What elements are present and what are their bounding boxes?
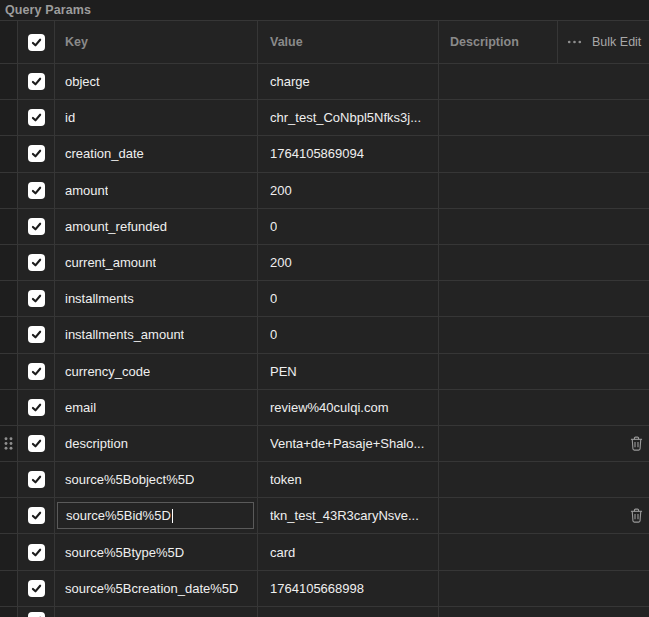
row-checkbox[interactable] (28, 612, 45, 617)
key-cell: source%5Btype%5D (55, 534, 258, 569)
value-cell: 0 (258, 281, 439, 316)
param-value[interactable]: charge (270, 74, 310, 89)
checkbox-cell (18, 498, 55, 533)
value-cell: 0 (258, 317, 439, 352)
param-value[interactable]: 0 (270, 327, 277, 342)
drag-handle-gutter (0, 571, 18, 606)
param-key[interactable]: currency_code (65, 364, 150, 379)
row-checkbox[interactable] (28, 109, 45, 126)
param-key[interactable]: id (65, 110, 75, 125)
more-options-icon[interactable] (567, 39, 582, 45)
row-checkbox[interactable] (28, 580, 45, 597)
param-key[interactable]: installments (65, 291, 134, 306)
row-checkbox[interactable] (28, 471, 45, 488)
row-checkbox[interactable] (28, 363, 45, 380)
param-value[interactable]: token (270, 472, 302, 487)
param-key[interactable]: creation_date (65, 146, 144, 161)
delete-param-button[interactable] (628, 434, 645, 453)
value-cell: PEN (258, 354, 439, 389)
value-cell: chr_test_CoNbpl5Nfks3j... (258, 100, 439, 135)
param-key[interactable]: installments_amount (65, 327, 184, 342)
key-cell: amount_refunded (55, 209, 258, 244)
drag-handle-gutter (0, 100, 18, 135)
param-key[interactable]: email (65, 400, 96, 415)
row-checkbox[interactable] (28, 399, 45, 416)
row-checkbox[interactable] (28, 435, 45, 452)
table-header-row: Key Value Description Bulk Edit (0, 21, 649, 64)
param-value[interactable]: PEN (270, 364, 297, 379)
value-cell: tkn_test_43R3caryNsve... (258, 498, 439, 533)
trash-icon (630, 436, 643, 451)
param-value[interactable]: 200 (270, 255, 292, 270)
param-key[interactable]: amount (65, 183, 108, 198)
param-key[interactable]: source%5Bobject%5D (65, 472, 194, 487)
checkbox-cell (18, 571, 55, 606)
value-cell: Venta+de+Pasaje+Shalo... (258, 426, 439, 461)
param-value[interactable]: 0 (270, 291, 277, 306)
table-row: source%5Bid%5Dtkn_test_43R3caryNsve... (0, 498, 649, 534)
checkbox-cell (18, 426, 55, 461)
description-cell (439, 136, 649, 171)
table-row: source%5Btype%5Dcard (0, 534, 649, 570)
key-cell (55, 607, 258, 617)
drag-handle-gutter (0, 354, 18, 389)
key-cell: source%5Bcreation_date%5D (55, 571, 258, 606)
param-value[interactable]: Venta+de+Pasaje+Shalo... (270, 436, 424, 451)
param-value[interactable]: chr_test_CoNbpl5Nfks3j... (270, 110, 421, 125)
param-value[interactable]: 200 (270, 183, 292, 198)
bulk-edit-button[interactable]: Bulk Edit (592, 35, 641, 49)
param-value[interactable]: card (270, 545, 295, 560)
drag-handle-gutter (0, 245, 18, 280)
table-row: objectcharge (0, 64, 649, 100)
param-value[interactable]: 1764105869094 (270, 146, 364, 161)
row-checkbox[interactable] (28, 326, 45, 343)
description-cell (439, 426, 649, 461)
param-key[interactable]: object (65, 74, 100, 89)
bulk-edit-area: Bulk Edit (558, 21, 649, 63)
row-checkbox[interactable] (28, 145, 45, 162)
checkbox-cell (18, 462, 55, 497)
key-input[interactable]: source%5Bid%5D (57, 502, 254, 529)
param-key[interactable]: description (65, 436, 128, 451)
section-title-bar: Query Params (0, 0, 649, 20)
params-table: Key Value Description Bulk Edit objectch… (0, 20, 649, 617)
row-checkbox[interactable] (28, 254, 45, 271)
row-checkbox[interactable] (28, 507, 45, 524)
checkmark-icon (30, 546, 43, 559)
value-cell: 0 (258, 209, 439, 244)
drag-handle-icon[interactable] (3, 436, 14, 451)
row-checkbox[interactable] (28, 73, 45, 90)
description-cell (439, 245, 649, 280)
row-checkbox[interactable] (28, 182, 45, 199)
drag-handle-gutter (0, 317, 18, 352)
param-key[interactable]: amount_refunded (65, 219, 167, 234)
checkmark-icon (30, 509, 43, 522)
key-cell: source%5Bid%5D (55, 498, 258, 533)
checkbox-cell (18, 607, 55, 617)
checkmark-icon (30, 292, 43, 305)
description-cell (439, 498, 649, 533)
row-checkbox[interactable] (28, 218, 45, 235)
description-cell (439, 281, 649, 316)
param-value[interactable]: 0 (270, 219, 277, 234)
param-key[interactable]: current_amount (65, 255, 156, 270)
description-cell (439, 571, 649, 606)
param-key[interactable]: source%5Bcreation_date%5D (65, 581, 238, 596)
drag-handle-gutter (0, 462, 18, 497)
delete-param-button[interactable] (628, 506, 645, 525)
checkmark-icon (30, 184, 43, 197)
param-key[interactable]: source%5Btype%5D (65, 545, 184, 560)
param-value[interactable]: 1764105668998 (270, 581, 364, 596)
drag-handle-gutter (0, 281, 18, 316)
drag-handle-gutter (0, 498, 18, 533)
description-cell (439, 534, 649, 569)
select-all-checkbox[interactable] (28, 34, 45, 51)
row-checkbox[interactable] (28, 544, 45, 561)
checkbox-cell (18, 64, 55, 99)
row-checkbox[interactable] (28, 290, 45, 307)
param-value[interactable]: tkn_test_43R3caryNsve... (270, 508, 419, 523)
description-cell (439, 462, 649, 497)
table-row: installments0 (0, 281, 649, 317)
param-value[interactable]: review%40culqi.com (270, 400, 389, 415)
key-cell: amount (55, 173, 258, 208)
